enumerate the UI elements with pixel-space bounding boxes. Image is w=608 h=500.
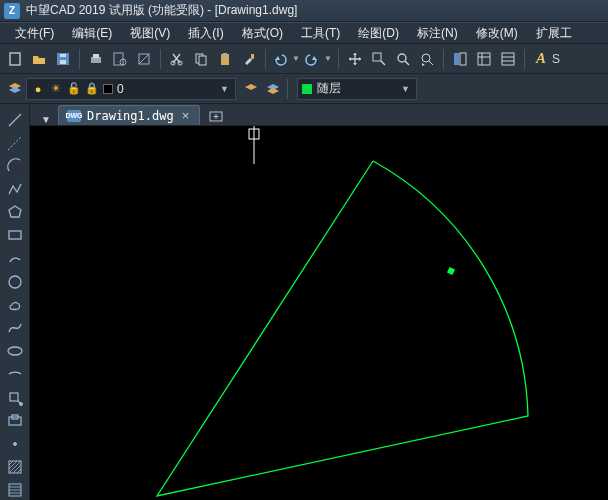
layer-dropdown[interactable]: ● ☀ 🔓 🔒 0 ▼ [26,78,236,100]
design-center-button[interactable] [473,48,495,70]
circle-tool[interactable] [4,272,26,291]
menu-view[interactable]: 视图(V) [121,25,179,42]
svg-point-30 [13,442,16,445]
svg-rect-0 [10,53,20,65]
svg-rect-12 [199,56,206,65]
arc-tool[interactable] [4,156,26,175]
print-button[interactable] [85,48,107,70]
drawing-shape [157,161,528,496]
zoom-window-button[interactable] [368,48,390,70]
window-title: 中望CAD 2019 试用版 (功能受限) - [Drawing1.dwg] [26,2,297,19]
layer-name-label: 0 [117,82,124,96]
text-style-button[interactable]: A [530,48,552,70]
svg-point-17 [398,54,406,62]
spline-tool[interactable] [4,319,26,338]
crosshair-cursor [249,126,259,164]
svg-point-18 [422,54,430,62]
svg-rect-14 [223,53,227,56]
svg-rect-21 [478,53,490,65]
svg-point-27 [19,402,22,405]
svg-rect-2 [60,60,66,64]
ellipse-tool[interactable] [4,342,26,361]
title-bar: Z 中望CAD 2019 试用版 (功能受限) - [Drawing1.dwg] [0,0,608,22]
close-tab-button[interactable]: × [180,108,192,123]
layer-color-swatch [103,84,113,94]
unlock-icon: 🔓 [67,82,81,96]
make-block-tool[interactable] [4,411,26,430]
drawing-canvas[interactable] [30,126,608,500]
svg-rect-20 [460,53,466,65]
menu-ext[interactable]: 扩展工 [527,25,581,42]
svg-point-25 [8,347,22,355]
svg-rect-23 [9,231,21,239]
tool-palette-button[interactable] [497,48,519,70]
properties-button[interactable] [449,48,471,70]
separator [79,49,80,69]
menu-file[interactable]: 文件(F) [6,25,63,42]
lightbulb-icon: ● [31,82,45,96]
cut-button[interactable] [166,48,188,70]
rectangle-tool[interactable] [4,226,26,245]
canvas-wrap: ▼ DWG Drawing1.dwg × [30,104,608,500]
document-tab-label: Drawing1.dwg [87,109,174,123]
svg-rect-19 [454,53,459,65]
separator [265,49,266,69]
paste-button[interactable] [214,48,236,70]
chevron-down-icon: ▼ [399,84,412,94]
svg-rect-22 [502,53,514,65]
menu-edit[interactable]: 编辑(E) [63,25,121,42]
save-button[interactable] [52,48,74,70]
insert-block-tool[interactable] [4,388,26,407]
menu-modify[interactable]: 修改(M) [467,25,527,42]
gradient-tool[interactable] [4,481,26,500]
revcloud-tool[interactable] [4,295,26,314]
color-label: 随层 [317,80,341,97]
new-file-button[interactable] [4,48,26,70]
arc3-tool[interactable] [4,249,26,268]
redo-button[interactable]: ▼ [303,48,333,70]
menu-dim[interactable]: 标注(N) [408,25,467,42]
layer-previous-button[interactable] [240,78,262,100]
menu-bar: 文件(F) 编辑(E) 视图(V) 插入(I) 格式(O) 工具(T) 绘图(D… [0,22,608,44]
svg-rect-16 [373,53,381,61]
menu-insert[interactable]: 插入(I) [179,25,232,42]
document-tab[interactable]: DWG Drawing1.dwg × [58,105,200,125]
svg-rect-28 [9,417,21,425]
menu-draw[interactable]: 绘图(D) [349,25,408,42]
zoom-previous-button[interactable] [416,48,438,70]
publish-button[interactable] [133,48,155,70]
separator [338,49,339,69]
dwg-file-icon: DWG [67,110,81,122]
separator [287,79,288,99]
draw-toolbar [0,104,30,500]
chevron-down-icon: ▼ [218,84,231,94]
layer-toolbar: ● ☀ 🔓 🔒 0 ▼ 随层 ▼ [0,74,608,104]
color-swatch [302,84,312,94]
new-tab-button[interactable] [206,107,226,125]
menu-format[interactable]: 格式(O) [233,25,292,42]
match-properties-button[interactable] [238,48,260,70]
point-tool[interactable] [4,434,26,453]
undo-button[interactable]: ▼ [271,48,301,70]
separator [443,49,444,69]
pan-button[interactable] [344,48,366,70]
zoom-button[interactable] [392,48,414,70]
hatch-tool[interactable] [4,458,26,477]
polygon-tool[interactable] [4,203,26,222]
open-file-button[interactable] [28,48,50,70]
svg-rect-5 [93,54,99,58]
line-tool[interactable] [4,110,26,129]
tab-list-toggle[interactable]: ▼ [38,114,54,125]
ellipse-arc-tool[interactable] [4,365,26,384]
print-preview-button[interactable] [109,48,131,70]
svg-rect-26 [10,393,18,401]
color-dropdown[interactable]: 随层 ▼ [297,78,417,100]
polyline-tool[interactable] [4,180,26,199]
svg-rect-15 [251,54,254,59]
sun-icon: ☀ [49,82,63,96]
layer-state-button[interactable] [262,78,284,100]
construction-line-tool[interactable] [4,133,26,152]
copy-button[interactable] [190,48,212,70]
layer-properties-button[interactable] [4,78,26,100]
menu-tools[interactable]: 工具(T) [292,25,349,42]
